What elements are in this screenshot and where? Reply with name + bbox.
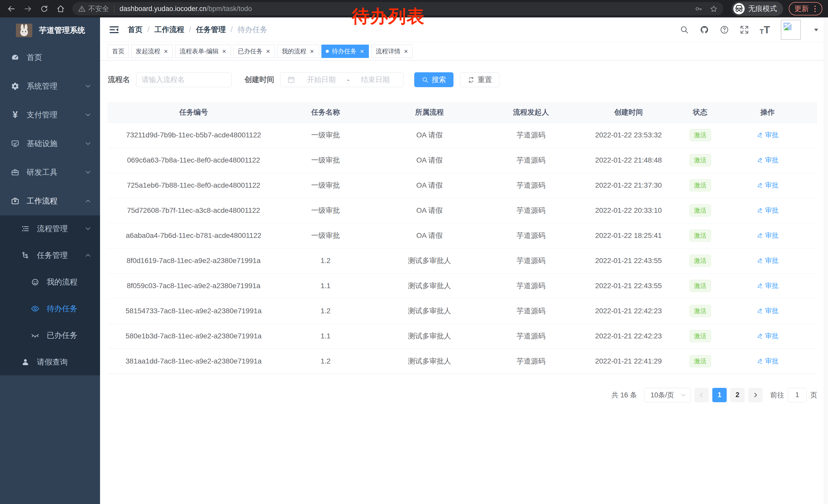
col-actions: 操作 xyxy=(718,102,817,123)
tab-label: 流程表单-编辑 xyxy=(179,47,218,55)
date-range-input[interactable]: 开始日期 - 结束日期 xyxy=(280,72,404,87)
approve-link[interactable]: 审批 xyxy=(757,357,779,366)
sidebar-item-system-management[interactable]: 系统管理 xyxy=(0,72,100,100)
github-icon[interactable] xyxy=(700,25,709,34)
update-label: 更新 xyxy=(794,4,809,13)
face-icon xyxy=(31,278,40,286)
status-badge: 激活 xyxy=(690,330,711,342)
sidebar-item-done-task[interactable]: 已办任务 xyxy=(0,322,100,349)
start-date-placeholder[interactable]: 开始日期 xyxy=(297,75,345,85)
tab-start-process[interactable]: 发起流程× xyxy=(131,45,173,58)
actions-cell: 审批 xyxy=(718,198,817,223)
process-name-input[interactable] xyxy=(136,72,232,87)
tab-my-process[interactable]: 我的流程× xyxy=(278,45,319,58)
status-cell: 激活 xyxy=(682,123,718,148)
approve-link[interactable]: 审批 xyxy=(757,206,779,215)
home-icon[interactable] xyxy=(53,2,68,16)
sidebar-item-leave-query[interactable]: 请假查询 xyxy=(0,349,100,375)
breadcrumb-task-management[interactable]: 任务管理 xyxy=(196,25,226,35)
starter-cell: 芋道源码 xyxy=(487,324,575,349)
sidebar-item-my-process[interactable]: 我的流程 xyxy=(0,269,100,295)
font-size-icon[interactable]: TT xyxy=(760,25,770,35)
sidebar-item-todo-task[interactable]: 待办任务 xyxy=(0,295,100,322)
search-button[interactable]: 搜索 xyxy=(414,72,454,87)
reload-icon[interactable] xyxy=(37,2,51,16)
close-icon[interactable]: × xyxy=(222,48,226,55)
avatar[interactable] xyxy=(781,20,801,40)
created-cell: 2022-01-21 22:42:23 xyxy=(575,299,682,324)
next-page-button[interactable] xyxy=(748,388,762,402)
approve-link[interactable]: 审批 xyxy=(757,306,779,315)
tab-home[interactable]: 首页 xyxy=(108,45,129,58)
approve-link[interactable]: 审批 xyxy=(757,231,779,240)
task-table: 任务编号 任务名称 所属流程 流程发起人 创建时间 状态 操作 73211d9d… xyxy=(108,102,817,374)
close-icon[interactable]: × xyxy=(265,48,271,55)
search-icon[interactable] xyxy=(680,25,689,34)
tab-label: 发起流程 xyxy=(136,47,160,55)
status-badge: 激活 xyxy=(690,355,711,368)
sidebar-fold-icon[interactable] xyxy=(109,25,120,35)
sidebar-item-label: 流程管理 xyxy=(37,224,85,234)
browser-menu-icon[interactable] xyxy=(813,5,817,13)
page-button-1[interactable]: 1 xyxy=(712,388,727,402)
edit-icon xyxy=(757,182,763,188)
process-cell: OA 请假 xyxy=(372,223,487,248)
page-size-select[interactable]: 10条/页 xyxy=(644,388,691,402)
close-icon[interactable]: × xyxy=(404,48,408,55)
approve-link[interactable]: 审批 xyxy=(757,131,779,139)
starter-cell: 芋道源码 xyxy=(487,248,575,273)
page-button-2[interactable]: 2 xyxy=(730,388,745,402)
main-area: 首页 / 工作流程 / 任务管理 / 待办任务 TT xyxy=(100,17,828,504)
forward-icon[interactable] xyxy=(20,2,35,16)
toolbox-icon xyxy=(11,168,19,177)
page-scrollbar[interactable] xyxy=(824,17,828,504)
approve-link[interactable]: 审批 xyxy=(757,331,779,340)
close-icon[interactable]: × xyxy=(163,48,168,55)
breadcrumb-home[interactable]: 首页 xyxy=(128,25,142,35)
sidebar-item-workflow[interactable]: 工作流程 xyxy=(0,187,100,215)
end-date-placeholder[interactable]: 结束日期 xyxy=(352,75,399,85)
close-icon[interactable]: × xyxy=(360,48,365,55)
breadcrumb-workflow[interactable]: 工作流程 xyxy=(155,25,184,35)
tab-done-task[interactable]: 已办任务× xyxy=(234,45,275,58)
key-icon[interactable] xyxy=(695,5,703,13)
reset-button[interactable]: 重置 xyxy=(460,72,499,87)
sidebar-item-infrastructure[interactable]: 基础设施 xyxy=(0,129,100,158)
starter-cell: 芋道源码 xyxy=(487,198,575,223)
tab-form-edit[interactable]: 流程表单-编辑× xyxy=(175,45,231,58)
warning-icon xyxy=(78,5,86,12)
star-icon[interactable] xyxy=(710,5,718,13)
help-icon[interactable] xyxy=(720,25,729,34)
sidebar-item-task-management[interactable]: 任务管理 xyxy=(0,242,100,269)
goto-page-input[interactable] xyxy=(788,388,807,402)
sidebar-item-home[interactable]: 首页 xyxy=(0,43,100,72)
approve-label: 审批 xyxy=(765,181,779,190)
tab-process-detail[interactable]: 流程详情× xyxy=(371,45,413,58)
approve-link[interactable]: 审批 xyxy=(757,155,779,165)
task-name-cell: 一级审批 xyxy=(279,223,372,248)
tab-todo-task[interactable]: 待办任务× xyxy=(321,45,369,58)
approve-link[interactable]: 审批 xyxy=(757,181,779,190)
col-created: 创建时间 xyxy=(575,102,682,123)
breadcrumb-current: 待办任务 xyxy=(238,25,267,35)
avatar-caret-icon[interactable] xyxy=(813,27,819,33)
fullscreen-icon[interactable] xyxy=(740,25,749,34)
task-id-cell: 73211d9d-7b9b-11ec-b5b7-acde48001122 xyxy=(108,123,279,148)
update-button[interactable]: 更新 xyxy=(789,2,822,15)
app-title: 芋道管理系统 xyxy=(39,25,85,36)
sidebar-item-payment-management[interactable]: ¥支付管理 xyxy=(0,100,100,129)
security-warning[interactable]: 不安全 xyxy=(78,4,109,13)
back-icon[interactable] xyxy=(4,2,18,16)
prev-page-button[interactable] xyxy=(694,388,709,402)
actions-cell: 审批 xyxy=(718,273,817,299)
sidebar-logo[interactable]: 芋道管理系统 xyxy=(0,17,100,43)
approve-link[interactable]: 审批 xyxy=(757,256,779,265)
task-name-cell: 1.2 xyxy=(279,248,372,273)
sidebar-item-process-management[interactable]: 流程管理 xyxy=(0,215,100,242)
sidebar-item-dev-tools[interactable]: 研发工具 xyxy=(0,158,100,187)
status-cell: 激活 xyxy=(682,223,718,248)
tags-view: 首页发起流程×流程表单-编辑×已办任务×我的流程×待办任务×流程详情× xyxy=(100,42,828,60)
close-icon[interactable]: × xyxy=(309,48,315,55)
approve-link[interactable]: 审批 xyxy=(757,281,779,290)
edit-icon xyxy=(757,308,763,314)
